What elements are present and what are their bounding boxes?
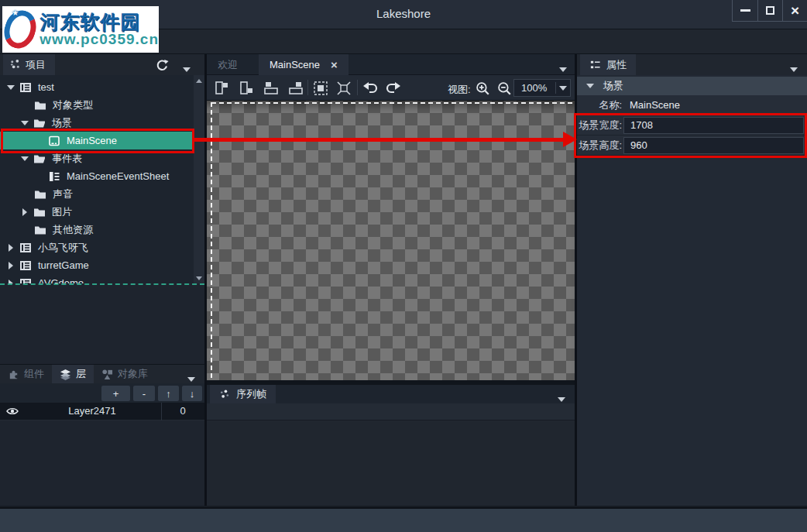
chevron-down-icon (559, 67, 567, 72)
visibility-toggle[interactable] (6, 406, 19, 417)
properties-dropdown[interactable] (790, 63, 798, 74)
tree-item-mainscene-eventsheet[interactable]: MainSceneEventSheet (0, 167, 204, 185)
scene-icon (48, 135, 60, 147)
panel-resize-handle[interactable] (0, 283, 204, 285)
chevron-down-icon (558, 397, 565, 402)
tab-components[interactable]: 组件 (0, 365, 52, 383)
zoom-out-button[interactable] (496, 80, 513, 97)
chevron-down-icon (187, 377, 195, 382)
tab-mainscene[interactable]: MainScene × (259, 54, 349, 75)
layer-toolbar: + - ↑ ↓ (0, 383, 204, 403)
tree-item-scenes[interactable]: 场景 (0, 114, 204, 132)
triangle-up-icon (196, 79, 202, 83)
status-bar (0, 507, 807, 532)
tree-item-bird-project[interactable]: 小鸟飞呀飞 (0, 239, 204, 256)
align-right-button[interactable] (238, 80, 255, 97)
application-window: Lakeshore × ★ 河东软件园 www.pc0359.cn 项目 (0, 0, 807, 532)
property-label: 名称: (577, 98, 622, 112)
property-row-name: 名称: MainScene (577, 95, 807, 115)
fit-selection-icon (312, 80, 329, 97)
site-url: www.pc0359.cn (39, 32, 159, 47)
layer-move-down-button[interactable]: ↓ (182, 386, 202, 401)
tab-welcome-label: 欢迎 (218, 58, 238, 72)
expand-arrow-icon[interactable] (20, 208, 29, 216)
section-collapse-icon[interactable] (586, 84, 594, 88)
tree-item-images[interactable]: 图片 (0, 203, 204, 221)
layer-remove-button[interactable]: - (133, 386, 155, 401)
align-top-button[interactable] (287, 80, 304, 97)
tab-sequence-frames[interactable]: 序列帧 (210, 385, 276, 403)
tree-item-eventsheets[interactable]: 事件表 (0, 149, 204, 167)
property-label: 场景高度: (577, 139, 622, 153)
tab-object-library[interactable]: 对象库 (94, 365, 156, 383)
properties-panel: 属性 场景 名称: MainScene 场景宽度: 1708 场景高度: 960 (577, 54, 807, 506)
expand-arrow-icon[interactable] (20, 121, 29, 125)
undo-icon (362, 80, 379, 97)
align-left-button[interactable] (213, 80, 230, 97)
tree-item-label: 场景 (52, 116, 72, 130)
layer-add-button[interactable]: + (101, 386, 130, 401)
tab-close-icon[interactable]: × (331, 58, 338, 71)
project-panel-header: 项目 (0, 54, 204, 75)
tree-item-mainscene[interactable]: MainScene (0, 132, 204, 149)
close-button[interactable]: × (782, 0, 807, 21)
fit-selection-button[interactable] (312, 80, 329, 97)
project-icon (9, 59, 21, 70)
folder-icon (33, 206, 46, 218)
scroll-down-button[interactable] (194, 273, 204, 283)
dots-icon (219, 389, 231, 400)
scene-height-input[interactable]: 960 (623, 137, 804, 154)
align-bottom-button[interactable] (263, 80, 280, 97)
tree-item-test[interactable]: test (0, 78, 204, 96)
tree-item-label: MainSceneEventSheet (67, 170, 169, 182)
tree-item-other-resources[interactable]: 其他资源 (0, 221, 204, 239)
property-value[interactable]: MainScene (630, 99, 680, 111)
properties-icon (589, 59, 601, 70)
chevron-down-icon (556, 86, 570, 91)
properties-section-scene[interactable]: 场景 (577, 77, 807, 95)
editor-toolbar: 视图: 100% (207, 75, 575, 101)
maximize-button[interactable] (757, 0, 782, 21)
scene-width-input[interactable]: 1708 (623, 117, 804, 134)
sequence-panel-dropdown[interactable] (558, 393, 565, 404)
zoom-level-select[interactable]: 100% (513, 79, 571, 97)
layer-name: Layer2471 (23, 405, 161, 417)
tree-item-avgdemo[interactable]: AVGdemo (0, 274, 204, 283)
expand-arrow-icon[interactable] (6, 244, 15, 252)
undo-button[interactable] (362, 80, 379, 97)
maximize-icon (766, 6, 774, 15)
scroll-up-button[interactable] (194, 75, 204, 86)
zoom-in-button[interactable] (474, 80, 491, 97)
tree-item-label: 小鸟飞呀飞 (38, 241, 88, 255)
refresh-icon (156, 59, 169, 72)
expand-arrow-icon[interactable] (20, 156, 29, 161)
window-controls: × (732, 0, 807, 22)
tree-item-turretgame[interactable]: turretGame (0, 256, 204, 274)
editor-tab-dropdown[interactable] (559, 63, 567, 74)
expand-arrow-icon[interactable] (6, 262, 15, 269)
redo-button[interactable] (385, 80, 402, 97)
tab-welcome[interactable]: 欢迎 (207, 54, 249, 75)
toolbar-separator (307, 80, 308, 95)
view-label: 视图: (448, 83, 471, 97)
tab-project[interactable]: 项目 (3, 54, 55, 75)
project-file-icon (19, 242, 32, 254)
tree-scrollbar[interactable] (194, 75, 204, 283)
scene-canvas[interactable] (207, 101, 575, 380)
tab-sequence-frames-label: 序列帧 (236, 387, 266, 401)
tab-layers-label: 层 (76, 367, 86, 381)
sequence-frames-strip[interactable] (207, 403, 575, 420)
refresh-button[interactable] (153, 57, 170, 74)
bottom-left-tab-dropdown[interactable] (187, 372, 195, 384)
tree-item-sounds[interactable]: 声音 (0, 185, 204, 203)
layer-move-up-button[interactable]: ↑ (158, 386, 179, 401)
layer-list-item[interactable]: Layer2471 0 (0, 403, 204, 420)
tree-item-object-types[interactable]: 对象类型 (0, 96, 204, 114)
properties-panel-header: 属性 (577, 54, 807, 75)
minimize-button[interactable] (733, 0, 757, 21)
expand-arrow-icon[interactable] (6, 85, 15, 90)
fit-view-button[interactable] (335, 80, 352, 97)
tab-properties[interactable]: 属性 (580, 54, 636, 75)
tab-layers[interactable]: 层 (52, 365, 94, 383)
project-options-dropdown[interactable] (183, 63, 191, 74)
